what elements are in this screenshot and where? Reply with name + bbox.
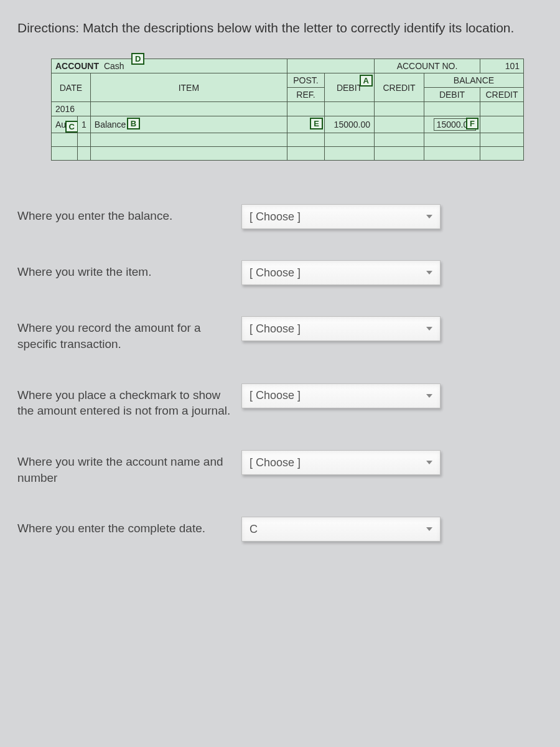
cell-credit xyxy=(375,116,424,133)
col-postref-top: POST. xyxy=(287,73,325,88)
answer-dropdown[interactable]: C xyxy=(241,517,441,542)
answer-dropdown[interactable]: [ Choose ] xyxy=(241,204,441,229)
tag-c: C xyxy=(65,121,78,133)
account-no-value: 101 xyxy=(480,59,524,73)
question-text: Where you write the account name and num… xyxy=(17,450,234,486)
tag-b: B xyxy=(127,118,140,129)
question-row: Where you write the account name and num… xyxy=(17,450,543,486)
tag-e: E xyxy=(310,118,323,129)
account-name: Cash xyxy=(104,61,124,71)
chevron-down-icon xyxy=(426,394,432,398)
tag-d: D xyxy=(131,53,144,65)
chevron-down-icon xyxy=(426,327,432,331)
question-text: Where you enter the complete date. xyxy=(17,517,234,537)
question-text: Where you record the amount for a specif… xyxy=(17,316,234,352)
dropdown-value: [ Choose ] xyxy=(250,322,301,336)
questions-list: Where you enter the balance. [ Choose ] … xyxy=(17,204,543,542)
question-row: Where you enter the complete date. C xyxy=(17,517,543,542)
question-text: Where you enter the balance. xyxy=(17,204,234,224)
question-text: Where you place a checkmark to show the … xyxy=(17,383,234,419)
chevron-down-icon xyxy=(426,461,432,464)
question-row: Where you place a checkmark to show the … xyxy=(17,383,543,419)
question-row: Where you record the amount for a specif… xyxy=(17,316,543,352)
dropdown-value: [ Choose ] xyxy=(250,456,301,469)
cell-year: 2016 xyxy=(52,102,91,116)
question-row: Where you write the item. [ Choose ] xyxy=(17,260,543,285)
account-no-label: ACCOUNT NO. xyxy=(375,59,480,73)
dropdown-value: C xyxy=(250,523,258,536)
chevron-down-icon xyxy=(426,271,432,275)
tag-a: A xyxy=(360,75,373,87)
col-bal-credit: CREDIT xyxy=(480,88,524,102)
col-postref-bot: REF. xyxy=(287,88,325,102)
directions-text: Directions: Match the descriptions below… xyxy=(17,19,543,37)
col-credit: CREDIT xyxy=(375,73,424,102)
tag-f: F xyxy=(466,118,478,129)
dropdown-value: [ Choose ] xyxy=(250,210,301,223)
cell-bal-credit xyxy=(480,116,524,133)
dropdown-value: [ Choose ] xyxy=(250,266,301,280)
ledger-image: ACCOUNT Cash D ACCOUNT NO. 101 DATE ITEM… xyxy=(51,59,524,161)
col-bal-debit: DEBIT xyxy=(424,88,480,102)
answer-dropdown[interactable]: [ Choose ] xyxy=(241,316,441,341)
account-label: ACCOUNT xyxy=(55,61,99,71)
chevron-down-icon xyxy=(426,215,432,218)
dropdown-value: [ Choose ] xyxy=(250,389,301,402)
question-text: Where you write the item. xyxy=(17,260,234,280)
cell-debit: 15000.00 xyxy=(325,116,375,133)
question-row: Where you enter the balance. [ Choose ] xyxy=(17,204,543,229)
cell-day: 1 xyxy=(78,116,91,133)
chevron-down-icon xyxy=(426,527,432,531)
col-date: DATE xyxy=(52,73,91,102)
col-balance: BALANCE xyxy=(424,73,524,88)
cell-item: Balance xyxy=(95,120,126,129)
answer-dropdown[interactable]: [ Choose ] xyxy=(241,383,441,408)
answer-dropdown[interactable]: [ Choose ] xyxy=(241,260,441,285)
answer-dropdown[interactable]: [ Choose ] xyxy=(241,450,441,475)
col-debit: DEBIT xyxy=(337,83,362,93)
col-item: ITEM xyxy=(90,73,287,102)
